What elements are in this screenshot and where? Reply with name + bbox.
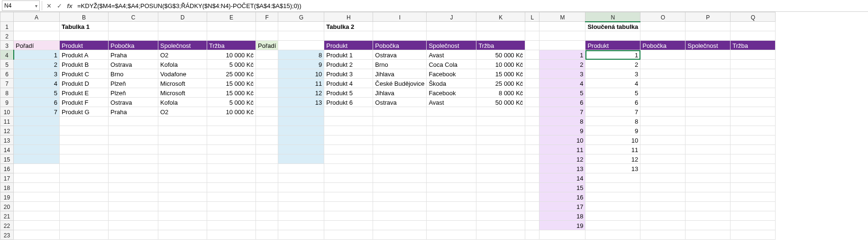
cell-J22[interactable] [427, 221, 476, 230]
cell-A5[interactable]: 2 [14, 60, 60, 69]
cell-L17[interactable] [525, 173, 539, 183]
cell-F22[interactable] [256, 221, 278, 230]
cell-A6[interactable]: 3 [14, 69, 60, 79]
row-head-13[interactable]: 13 [0, 136, 14, 145]
cell-G17[interactable] [278, 173, 324, 183]
cell-K14[interactable] [476, 145, 525, 154]
col-head-Q[interactable]: Q [731, 12, 776, 22]
cell-N1[interactable]: Sloučená tabulka [585, 22, 640, 31]
cell-O1[interactable] [640, 22, 685, 31]
cell-H1[interactable]: Tabulka 2 [324, 22, 373, 31]
cell-M19[interactable]: 16 [539, 192, 585, 202]
cell-O5[interactable] [640, 60, 685, 69]
cell-Q3[interactable]: Tržba [731, 41, 776, 50]
row-head-16[interactable]: 16 [0, 164, 14, 173]
cell-M4[interactable]: 1 [539, 50, 585, 60]
cell-L8[interactable] [525, 88, 539, 98]
cell-H2[interactable] [324, 31, 373, 41]
cell-J14[interactable] [427, 145, 476, 154]
cell-A17[interactable] [14, 173, 60, 183]
cell-J21[interactable] [427, 211, 476, 221]
cell-A11[interactable] [14, 117, 60, 126]
row-head-3[interactable]: 3 [0, 41, 14, 50]
cell-M8[interactable]: 5 [539, 88, 585, 98]
cell-G12[interactable] [278, 126, 324, 136]
cell-Q7[interactable] [731, 79, 776, 88]
cell-B3[interactable]: Produkt [60, 41, 109, 50]
cell-B4[interactable]: Produkt A [60, 50, 109, 60]
cell-E17[interactable] [207, 173, 256, 183]
cell-B2[interactable] [60, 31, 109, 41]
cell-F10[interactable] [256, 107, 278, 117]
cell-I9[interactable]: Ostrava [373, 98, 427, 107]
cell-M20[interactable]: 17 [539, 202, 585, 211]
cell-F21[interactable] [256, 211, 278, 221]
cell-K19[interactable] [476, 192, 525, 202]
row-head-14[interactable]: 14 [0, 145, 14, 154]
cell-Q10[interactable] [731, 107, 776, 117]
cell-F7[interactable] [256, 79, 278, 88]
cell-I4[interactable]: Ostrava [373, 50, 427, 60]
cell-M6[interactable]: 3 [539, 69, 585, 79]
cell-K13[interactable] [476, 136, 525, 145]
cell-A9[interactable]: 6 [14, 98, 60, 107]
cell-B7[interactable]: Produkt D [60, 79, 109, 88]
col-head-K[interactable]: K [476, 12, 525, 22]
cancel-formula-icon[interactable]: ✕ [44, 1, 54, 10]
cell-G21[interactable] [278, 211, 324, 221]
cell-P16[interactable] [685, 164, 731, 173]
cell-P14[interactable] [685, 145, 731, 154]
cell-A20[interactable] [14, 202, 60, 211]
cell-G9[interactable]: 13 [278, 98, 324, 107]
cell-D8[interactable]: Microsoft [158, 88, 207, 98]
cell-G7[interactable]: 11 [278, 79, 324, 88]
cell-P12[interactable] [685, 126, 731, 136]
cell-C3[interactable]: Pobočka [109, 41, 158, 50]
cell-N5[interactable]: 2 [585, 60, 640, 69]
cell-N14[interactable]: 11 [585, 145, 640, 154]
cell-I22[interactable] [373, 221, 427, 230]
cell-O21[interactable] [640, 211, 685, 221]
cell-G20[interactable] [278, 202, 324, 211]
cell-E6[interactable]: 25 000 Kč [207, 69, 256, 79]
cell-I8[interactable]: Jihlava [373, 88, 427, 98]
cell-G3[interactable] [278, 41, 324, 50]
cell-B19[interactable] [60, 192, 109, 202]
cell-M5[interactable]: 2 [539, 60, 585, 69]
cell-K5[interactable]: 10 000 Kč [476, 60, 525, 69]
cell-I5[interactable]: Brno [373, 60, 427, 69]
cell-Q1[interactable] [731, 22, 776, 31]
cell-I12[interactable] [373, 126, 427, 136]
row-head-19[interactable]: 19 [0, 192, 14, 202]
cell-J9[interactable]: Avast [427, 98, 476, 107]
cell-J8[interactable]: Facebook [427, 88, 476, 98]
cell-D12[interactable] [158, 126, 207, 136]
cell-P7[interactable] [685, 79, 731, 88]
cell-G10[interactable] [278, 107, 324, 117]
cell-A12[interactable] [14, 126, 60, 136]
cell-B20[interactable] [60, 202, 109, 211]
cell-K23[interactable] [476, 230, 525, 240]
cell-E15[interactable] [207, 154, 256, 164]
row-head-6[interactable]: 6 [0, 69, 14, 79]
cell-E11[interactable] [207, 117, 256, 126]
cell-I1[interactable] [373, 22, 427, 31]
col-head-I[interactable]: I [373, 12, 427, 22]
cell-H5[interactable]: Produkt 2 [324, 60, 373, 69]
cell-J2[interactable] [427, 31, 476, 41]
cell-P23[interactable] [685, 230, 731, 240]
cell-J17[interactable] [427, 173, 476, 183]
row-head-1[interactable]: 1 [0, 22, 14, 31]
cell-O23[interactable] [640, 230, 685, 240]
cell-G22[interactable] [278, 221, 324, 230]
cell-F19[interactable] [256, 192, 278, 202]
cell-G14[interactable] [278, 145, 324, 154]
cell-K11[interactable] [476, 117, 525, 126]
cell-A23[interactable] [14, 230, 60, 240]
cell-L13[interactable] [525, 136, 539, 145]
cell-A2[interactable] [14, 31, 60, 41]
cell-B22[interactable] [60, 221, 109, 230]
cell-B6[interactable]: Produkt C [60, 69, 109, 79]
cell-Q21[interactable] [731, 211, 776, 221]
cell-N4[interactable]: 1 [585, 50, 640, 60]
